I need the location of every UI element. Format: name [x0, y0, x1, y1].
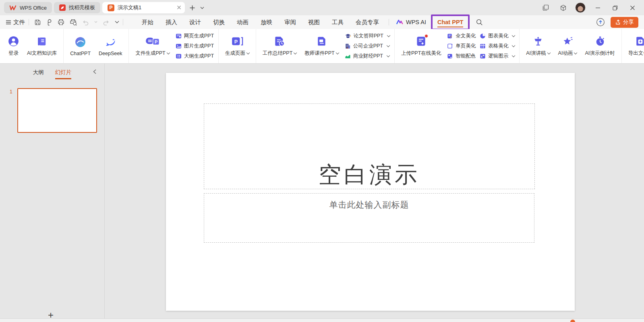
menu-insert[interactable]: 插入 — [159, 19, 183, 26]
logic-diagram-icon — [480, 53, 486, 59]
doc-beautify-icon — [447, 33, 453, 39]
redo-icon[interactable] — [103, 19, 110, 25]
ribbon-group-ai-tools: AI演讲稿 AI动画 AI演示倒计时 — [520, 29, 621, 63]
full-doc-beautify-button[interactable]: 全文美化 — [447, 33, 476, 39]
tab-list-chevron-icon[interactable] — [198, 2, 207, 13]
divider — [389, 19, 389, 25]
minimize-icon[interactable] — [592, 2, 603, 13]
menubar: 文件 开始 插入 设计 切换 动画 放映 — [0, 15, 644, 29]
print-icon[interactable] — [58, 19, 64, 25]
print-preview-icon[interactable] — [70, 19, 77, 26]
deepseek-icon — [105, 36, 116, 47]
file-menu[interactable]: 文件 — [13, 19, 25, 26]
tab-chat-ppt[interactable]: Chat PPT — [435, 19, 466, 25]
ai-animation-button[interactable]: AI动画 — [556, 35, 579, 57]
ribbon-group-templates: 工作总结PPT 教师课件PPT 论文答辩PPT 公司企业PPT — [256, 29, 395, 63]
tab-docer-templates[interactable]: 找稻壳模板 — [54, 2, 100, 13]
export-file-button[interactable]: 导出文件 — [626, 35, 644, 57]
share-button[interactable]: 分享 — [611, 17, 638, 28]
status-notification-icon — [570, 320, 575, 322]
webpage-generate-ppt-button[interactable]: 网页生成PPT — [176, 33, 214, 39]
upload-ppt-beautify-button[interactable]: 上传PPT在线美化 — [399, 35, 443, 57]
content-area: 大纲 幻灯片 1 + 空白演示 单击此处输入副标题 — [0, 64, 644, 319]
thesis-defense-ppt-button[interactable]: 论文答辩PPT — [345, 33, 390, 39]
ribbon-group-ai-assistants: ChatPPT DeepSeek — [64, 29, 129, 63]
add-slide-button[interactable]: + — [43, 312, 58, 319]
finance-chart-icon — [345, 53, 351, 59]
menu-design[interactable]: 设计 — [183, 19, 207, 26]
share-label: 分享 — [623, 19, 634, 26]
title-placeholder[interactable]: 空白演示 — [204, 103, 535, 189]
teacher-courseware-ppt-button[interactable]: 教师课件PPT — [302, 35, 340, 57]
ai-doc-knowledge-button[interactable]: AI文档知识库 — [25, 35, 59, 57]
undo-chevron-icon[interactable] — [94, 21, 97, 23]
menu-animation[interactable]: 动画 — [231, 19, 255, 26]
menu-tools[interactable]: 工具 — [326, 19, 350, 26]
tab-close-icon[interactable] — [177, 5, 181, 10]
tab-wps-ai[interactable]: WPS AI — [396, 19, 426, 25]
stopwatch-icon — [595, 35, 605, 47]
work-summary-icon — [274, 35, 286, 47]
deepseek-button[interactable]: DeepSeek — [97, 36, 124, 56]
person-icon — [8, 35, 19, 47]
hamburger-icon[interactable] — [6, 20, 11, 25]
login-button[interactable]: 登录 — [6, 35, 21, 57]
image-generate-ppt-button[interactable]: 图片生成PPT — [176, 43, 214, 50]
new-tab-button[interactable] — [187, 2, 198, 13]
tab-slides[interactable]: 幻灯片 — [55, 69, 72, 79]
undo-icon[interactable] — [82, 19, 89, 25]
avatar[interactable] — [575, 2, 586, 13]
logic-diagram-button[interactable]: 逻辑图示 — [480, 53, 515, 60]
file-generate-ppt-button[interactable]: P 文件生成PPT — [133, 35, 171, 57]
save-icon[interactable] — [34, 19, 41, 26]
business-finance-ppt-button[interactable]: 商业财经PPT — [345, 53, 390, 60]
slide-canvas[interactable]: 空白演示 单击此处输入副标题 — [166, 73, 575, 311]
work-summary-ppt-button[interactable]: 工作总结PPT — [261, 35, 298, 57]
close-icon[interactable] — [627, 2, 638, 13]
chatppt-button[interactable]: ChatPPT — [68, 36, 93, 56]
menu-member[interactable]: 会员专享 — [350, 19, 385, 26]
export-pdf-icon[interactable] — [46, 19, 52, 26]
docer-icon — [59, 4, 66, 11]
menu-view[interactable]: 视图 — [302, 19, 326, 26]
chart-beautify-button[interactable]: 图表美化 — [480, 33, 515, 39]
tab-wps-office[interactable]: WPS Office — [4, 2, 52, 13]
single-page-beautify-button[interactable]: 单页美化 — [447, 43, 476, 50]
tab-document[interactable]: P 演示文稿1 — [102, 2, 185, 13]
ribbon-group-generate-ppt: P 文件生成PPT 网页生成PPT 图片生成PPT 大纲生成P — [129, 29, 219, 63]
company-enterprise-ppt-button[interactable]: 公司企业PPT — [345, 43, 390, 50]
export-file-icon — [635, 35, 644, 47]
menu-slideshow[interactable]: 放映 — [255, 19, 278, 26]
image-icon — [176, 43, 182, 49]
smart-color-button[interactable]: 智能配色 — [447, 53, 476, 60]
file-to-ppt-icon: P — [145, 35, 160, 47]
menu-review[interactable]: 审阅 — [278, 19, 302, 26]
slide-thumbnail[interactable] — [17, 88, 97, 133]
table-beautify-button[interactable]: 表格美化 — [480, 43, 515, 50]
divider — [29, 19, 29, 25]
ribbon-group-beautify: 上传PPT在线美化 全文美化 单页美化 智能配色 — [395, 29, 520, 63]
subtitle-placeholder[interactable]: 单击此处输入副标题 — [204, 193, 534, 243]
toolbar-chevron-icon[interactable] — [115, 21, 119, 24]
menu-home[interactable]: 开始 — [136, 19, 159, 26]
tab-label: 找稻壳模板 — [69, 4, 95, 11]
ai-speech-script-button[interactable]: AI演讲稿 — [524, 35, 552, 57]
windows-stack-icon[interactable] — [540, 2, 551, 13]
ai-countdown-button[interactable]: AI演示倒计时 — [583, 35, 617, 57]
restore-icon[interactable] — [610, 2, 620, 13]
ribbon-group-account: 登录 AI文档知识库 — [2, 29, 64, 63]
outline-generate-ppt-button[interactable]: 大纲生成PPT — [176, 53, 214, 60]
tab-outline[interactable]: 大纲 — [33, 69, 44, 79]
menu-transition[interactable]: 切换 — [207, 19, 231, 26]
cloud-upload-icon[interactable] — [596, 18, 605, 27]
wps-logo-icon — [9, 5, 17, 10]
slide-number: 1 — [10, 89, 12, 95]
svg-text:P: P — [154, 39, 157, 44]
cube-icon[interactable] — [558, 2, 568, 13]
generate-page-button[interactable]: P 生成页面 — [223, 35, 251, 57]
star-icon — [562, 35, 573, 47]
slide-title-text: 空白演示 — [319, 162, 420, 189]
ppt-file-icon: P — [108, 4, 114, 11]
collapse-sidebar-icon[interactable] — [93, 69, 96, 74]
search-icon[interactable] — [476, 19, 483, 26]
